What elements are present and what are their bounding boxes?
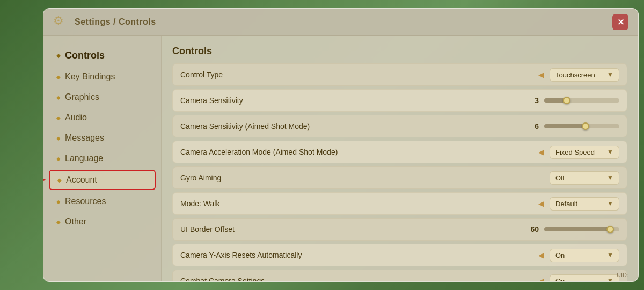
dropdown-camera-y-resets[interactable]: On ▼ [550, 249, 619, 262]
chevron-down-icon-gyro-aiming: ▼ [607, 174, 613, 182]
setting-label-camera-acceleration: Camera Acceleration Mode (Aimed Shot Mod… [180, 148, 338, 156]
slider-left-arrow-combat-camera: ◀ [538, 277, 544, 281]
setting-label-camera-sensitivity-aimed: Camera Sensitivity (Aimed Shot Mode) [180, 122, 331, 130]
slider-value-ui-border-offset: 60 [517, 225, 539, 234]
sidebar-label-resources: Resources [65, 197, 106, 206]
diamond-icon-key-bindings: ◆ [56, 74, 61, 80]
setting-value-control-type: ◀ Touchscreen ▼ [331, 68, 619, 82]
setting-label-ui-border-offset: UI Border Offset [180, 225, 331, 234]
diamond-icon-other: ◆ [56, 219, 61, 225]
setting-value-camera-sensitivity: 3 [331, 96, 619, 105]
sidebar-label-audio: Audio [65, 113, 87, 122]
sidebar-item-language[interactable]: ◆ Language [49, 149, 156, 168]
chevron-down-icon-control-type: ▼ [607, 71, 613, 78]
setting-row-gyro-aiming: Gyro Aiming Off ▼ [172, 166, 627, 189]
diamond-icon-audio: ◆ [56, 115, 61, 121]
sidebar-item-key-bindings[interactable]: ◆ Key Bindings [49, 68, 156, 86]
dropdown-mode-walk[interactable]: Default ▼ [550, 197, 619, 211]
setting-row-control-type: Control Type ◀ Touchscreen ▼ [172, 63, 627, 86]
setting-row-camera-acceleration: Camera Acceleration Mode (Aimed Shot Mod… [172, 141, 627, 163]
slider-thumb-ui-border-offset[interactable] [606, 226, 614, 233]
sidebar-item-audio[interactable]: ◆ Audio [49, 108, 156, 127]
dialog-title: Settings / Controls [75, 17, 156, 27]
slider-camera-sensitivity-aimed[interactable] [544, 124, 619, 128]
diamond-icon-graphics: ◆ [56, 95, 61, 100]
dropdown-value-gyro-aiming: Off [555, 174, 565, 182]
title-bar: ⚙ Settings / Controls ✕ [43, 9, 638, 36]
diamond-icon-resources: ◆ [56, 199, 61, 205]
setting-value-camera-y-resets: ◀ On ▼ [331, 249, 619, 262]
slider-left-arrow-camera-y-resets: ◀ [538, 251, 544, 259]
setting-value-mode-walk: ◀ Default ▼ [331, 197, 619, 211]
setting-row-camera-sensitivity: Camera Sensitivity 3 [172, 89, 627, 112]
setting-label-mode-walk: Mode: Walk [180, 199, 331, 208]
chevron-down-icon-camera-y-resets: ▼ [607, 251, 613, 259]
chevron-down-icon-camera-acceleration: ▼ [607, 148, 613, 156]
close-button[interactable]: ✕ [612, 14, 628, 30]
slider-thumb-camera-sensitivity-aimed[interactable] [582, 122, 589, 130]
diamond-icon-account: ◆ [57, 177, 62, 183]
uid-label: UID: [617, 272, 628, 278]
dropdown-camera-acceleration[interactable]: Fixed Speed ▼ [550, 146, 619, 159]
settings-dialog: ⚙ Settings / Controls ✕ ◆ Controls ◆ Key… [43, 8, 639, 282]
sidebar-label-other: Other [65, 217, 86, 227]
sidebar-label-graphics: Graphics [65, 92, 99, 102]
setting-value-ui-border-offset: 60 [331, 225, 619, 234]
diamond-icon-messages: ◆ [56, 135, 61, 141]
sidebar-item-controls[interactable]: ◆ Controls [49, 46, 156, 66]
sidebar-label-controls: Controls [65, 50, 105, 61]
slider-fill-camera-sensitivity-aimed [544, 124, 586, 128]
setting-row-camera-sensitivity-aimed: Camera Sensitivity (Aimed Shot Mode) 6 [172, 115, 627, 137]
sidebar-item-resources[interactable]: ◆ Resources [49, 192, 156, 211]
setting-row-mode-walk: Mode: Walk ◀ Default ▼ [172, 192, 627, 215]
dropdown-value-camera-acceleration: Fixed Speed [555, 148, 595, 156]
chevron-down-icon-combat-camera: ▼ [607, 277, 613, 281]
setting-row-camera-y-resets: Camera Y-Axis Resets Automatically ◀ On … [172, 244, 627, 266]
uid-bar: UID: [617, 272, 628, 278]
setting-label-gyro-aiming: Gyro Aiming [180, 173, 331, 182]
sidebar-item-other[interactable]: ◆ Other [49, 213, 156, 231]
slider-ui-border-offset[interactable] [544, 227, 619, 231]
main-content: Controls Control Type ◀ Touchscreen ▼ Ca… [162, 36, 638, 281]
dropdown-control-type[interactable]: Touchscreen ▼ [550, 68, 619, 82]
sidebar-item-graphics[interactable]: ◆ Graphics [49, 88, 156, 106]
diamond-icon-language: ◆ [56, 156, 61, 162]
slider-value-camera-sensitivity: 3 [517, 96, 539, 105]
dropdown-value-combat-camera: On [555, 277, 565, 282]
setting-value-camera-sensitivity-aimed: 6 [331, 122, 619, 130]
sidebar-item-messages[interactable]: ◆ Messages [49, 129, 156, 147]
setting-label-combat-camera: Combat Camera Settings [180, 277, 331, 281]
slider-left-arrow-mode-walk: ◀ [538, 199, 544, 208]
setting-label-camera-y-resets: Camera Y-Axis Resets Automatically [180, 251, 331, 259]
setting-row-combat-camera: Combat Camera Settings ◀ On ▼ [172, 270, 627, 281]
sidebar-label-language: Language [65, 154, 103, 163]
setting-value-combat-camera: ◀ On ▼ [331, 274, 619, 282]
sidebar-label-key-bindings: Key Bindings [65, 72, 115, 82]
dropdown-combat-camera[interactable]: On ▼ [550, 274, 619, 282]
slider-left-arrow-camera-acceleration: ◀ [538, 148, 544, 156]
slider-camera-sensitivity[interactable] [544, 98, 619, 103]
setting-value-camera-acceleration: ◀ Fixed Speed ▼ [338, 146, 619, 159]
sidebar: ◆ Controls ◆ Key Bindings ◆ Graphics ◆ A… [43, 36, 162, 281]
diamond-icon-controls: ◆ [56, 53, 61, 59]
dropdown-gyro-aiming[interactable]: Off ▼ [550, 171, 619, 185]
slider-left-arrow-control-type: ◀ [538, 70, 544, 79]
chevron-down-icon-mode-walk: ▼ [607, 200, 613, 207]
setting-value-gyro-aiming: Off ▼ [331, 171, 619, 185]
setting-row-ui-border-offset: UI Border Offset 60 [172, 218, 627, 241]
dropdown-value-camera-y-resets: On [555, 251, 565, 259]
dropdown-value-mode-walk: Default [555, 200, 577, 208]
dropdown-value-control-type: Touchscreen [555, 71, 595, 79]
sidebar-label-account: Account [66, 175, 97, 185]
section-title: Controls [172, 46, 627, 57]
slider-fill-ui-border-offset [544, 227, 610, 231]
setting-label-control-type: Control Type [180, 70, 331, 79]
dialog-body: ◆ Controls ◆ Key Bindings ◆ Graphics ◆ A… [43, 36, 638, 281]
sidebar-item-account[interactable]: ◆ Account [49, 170, 156, 190]
gear-icon: ⚙ [53, 14, 69, 30]
sidebar-label-messages: Messages [65, 133, 104, 143]
setting-label-camera-sensitivity: Camera Sensitivity [180, 96, 331, 105]
red-arrow [43, 172, 46, 188]
slider-value-camera-sensitivity-aimed: 6 [517, 122, 539, 130]
slider-thumb-camera-sensitivity[interactable] [563, 97, 570, 104]
